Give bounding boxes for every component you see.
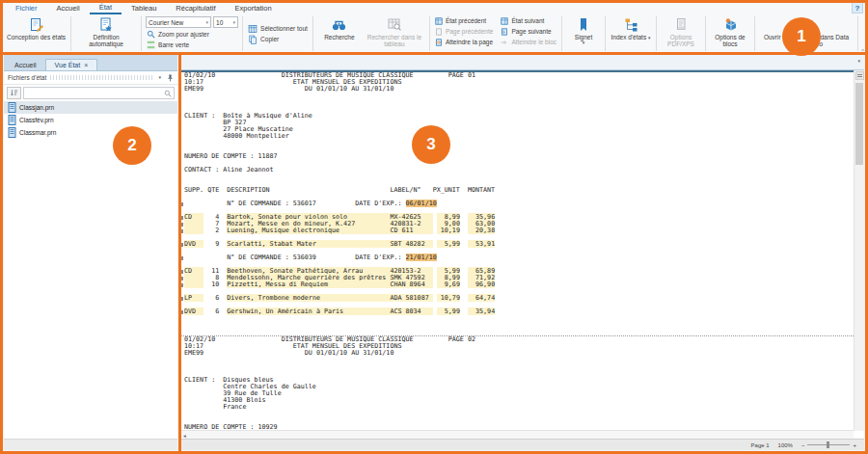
chevron-down-icon[interactable]: ▾ (158, 75, 161, 80)
zoom-icon (147, 30, 155, 39)
sort-button[interactable] (7, 87, 21, 99)
trapped-field: DVD (184, 307, 203, 315)
zoom-out-button[interactable]: − (801, 442, 805, 448)
file-item[interactable]: Classmar.prn (4, 126, 177, 139)
line-gutter (180, 411, 184, 417)
bookmark-button[interactable]: Signet ▾ (565, 15, 602, 46)
goto-page-button[interactable]: Atteindre la page (433, 37, 496, 47)
file-search-input[interactable] (23, 87, 175, 99)
chevron-down-icon: ▾ (583, 40, 585, 45)
tab-recapitulatif[interactable]: Récapitulatif (166, 2, 225, 13)
line-gutter (180, 343, 184, 350)
report-text: N° DE COMMANDE : 536039 DATE D'EXP.: (184, 254, 406, 261)
line-marker (180, 308, 184, 315)
report-view: ▾ 01/02/10 DISTRIBUTEURS DE MUSIQUE CLAS… (180, 55, 864, 450)
zoom-slider-track[interactable] (807, 444, 850, 445)
line-gutter (180, 93, 184, 99)
tab-fichier[interactable]: Fichier (6, 2, 47, 13)
report-line: 41300 Blois (180, 397, 854, 404)
line-gutter (180, 384, 184, 390)
previous-report-button[interactable]: État précédent (433, 15, 496, 26)
report-files-panel: Accueil Vue État × Fichiers d'état ▾ Cla… (4, 55, 177, 450)
tab-exportation[interactable]: Exportation (226, 2, 282, 13)
report-line (180, 93, 854, 99)
auto-define-button[interactable]: Définition automatique (74, 15, 138, 48)
tab-tableau[interactable]: Tableau (122, 2, 166, 13)
line-gutter (180, 322, 184, 329)
zoom-slider[interactable]: − + (801, 442, 856, 448)
scrollbar-top-button[interactable] (855, 71, 864, 80)
report-text: 10 (203, 280, 219, 288)
options-blocks-button[interactable]: Options de blocs (709, 15, 751, 48)
report-index-button[interactable]: Index d'états ▾ (609, 15, 653, 41)
options-blocks-label: Options de blocs (711, 34, 749, 47)
line-gutter (180, 377, 184, 384)
goto-block-button[interactable]: Atteindre le bloc (499, 37, 558, 47)
zoom-in-button[interactable]: + (853, 442, 856, 448)
vertical-scrollbar[interactable] (854, 70, 864, 431)
previous-report-icon (435, 17, 443, 25)
search-label: Recherche (324, 34, 354, 40)
trapped-field: 20,38 (468, 227, 495, 234)
zoom-to-fit-button[interactable]: Zoom pour ajuster (145, 29, 211, 40)
next-report-icon (501, 17, 508, 25)
report-text: 2 (203, 227, 219, 234)
report-design-icon (29, 16, 44, 33)
search-in-table-button[interactable]: Rechercher dans le tableau (363, 15, 426, 48)
trapped-field: ACS 8034 (390, 307, 432, 315)
green-bar-button[interactable]: Barre verte (145, 40, 191, 50)
pin-icon[interactable] (167, 74, 174, 82)
previous-page-button[interactable]: Page précédente (433, 26, 496, 37)
report-line: NUMERO DE COMPTE : 11887 (180, 153, 854, 160)
report-text (460, 307, 468, 315)
options-pdf-button[interactable]: Options PDF/XPS (660, 15, 702, 48)
report-text: 48000 Montpellier (184, 132, 289, 140)
ribbon-collapse-chevron[interactable]: ^ (861, 48, 864, 54)
line-gutter (180, 180, 184, 187)
chevron-down-icon: ▾ (648, 35, 651, 40)
green-bar-icon (147, 40, 155, 49)
select-all-button[interactable]: Sélectionner tout (246, 23, 310, 34)
close-icon[interactable]: × (84, 62, 88, 68)
line-gutter (180, 417, 184, 424)
panel-scrollbar[interactable] (4, 439, 177, 450)
next-report-button[interactable]: État suivant (499, 15, 558, 26)
trapped-field: Pizzetti, Messa di Requiem (227, 280, 390, 288)
report-line: CLIENT : Boîte à Musique d'Aline (180, 113, 854, 120)
report-design-button[interactable]: Conception des états (5, 15, 68, 41)
next-page-button[interactable]: Page suivante (499, 26, 558, 37)
file-item[interactable]: Classfév.prn (4, 114, 177, 126)
chevron-down-icon[interactable]: ▾ (857, 59, 860, 64)
trapped-field: 5,99 (437, 307, 460, 315)
vertical-scrollbar-thumb[interactable] (855, 83, 863, 165)
select-all-icon (248, 24, 258, 34)
help-button[interactable]: ? (852, 2, 863, 13)
search-button[interactable]: Recherche (316, 15, 363, 41)
report-page: 01/02/10 DISTRIBUTEURS DE MUSIQUE CLASSI… (180, 70, 854, 431)
line-gutter (180, 106, 184, 113)
tab-accueil-document[interactable]: Accueil (6, 60, 45, 70)
tab-vue-etat[interactable]: Vue État × (45, 59, 98, 70)
report-text: EME99 DU 01/01/10 AU 31/01/10 (184, 349, 393, 357)
report-file-icon (8, 115, 16, 125)
line-gutter (180, 72, 184, 79)
line-gutter (180, 79, 184, 86)
line-gutter (180, 248, 184, 254)
font-size-select[interactable]: 10▾ (213, 16, 238, 28)
scroll-left-arrow-icon[interactable]: ◂ (183, 433, 186, 439)
binoculars-icon (331, 16, 347, 33)
copy-button[interactable]: Copier (246, 34, 281, 44)
font-name-select[interactable]: Courier New▾ (146, 16, 211, 28)
trapped-field: 35,94 (468, 307, 495, 315)
ribbon-group-divider (857, 16, 858, 51)
report-text: France (184, 403, 246, 411)
tab-etat[interactable]: État (90, 1, 122, 14)
trapped-field: DVD (184, 240, 203, 248)
report-index-icon (624, 16, 638, 33)
tab-accueil[interactable]: Accueil (47, 2, 90, 13)
panel-header-title: Fichiers d'état (8, 74, 46, 81)
file-item[interactable]: Classjan.prn (4, 101, 177, 114)
zoom-slider-thumb[interactable] (827, 441, 829, 448)
panel-drag-texture[interactable] (50, 75, 154, 80)
line-marker (180, 241, 184, 248)
